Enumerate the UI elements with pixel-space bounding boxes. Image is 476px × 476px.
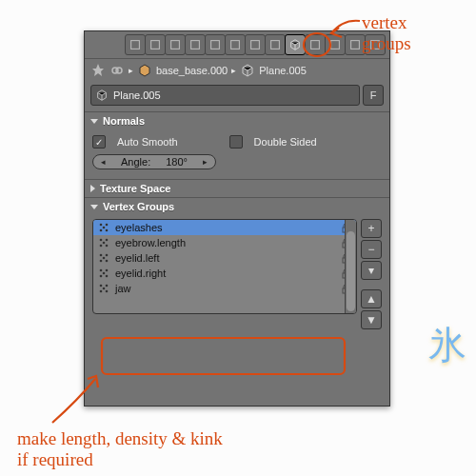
svg-point-27 — [106, 254, 109, 257]
disclosure-icon — [90, 205, 98, 209]
section-header-texture-space[interactable]: Texture Space — [85, 180, 389, 197]
angle-label: Angle: — [121, 156, 150, 168]
svg-point-16 — [100, 229, 103, 232]
properties-panel: ▸ base_base.000 ▸ Plane.005 Plane.005 F … — [84, 30, 390, 407]
svg-point-17 — [106, 229, 109, 232]
svg-point-24 — [103, 242, 106, 245]
link-icon[interactable] — [109, 63, 125, 78]
vertex-group-name: jaw — [115, 283, 131, 294]
svg-point-15 — [106, 224, 109, 227]
double-sided-checkbox[interactable] — [229, 135, 243, 149]
vertex-group-item[interactable]: eyelid.left — [93, 250, 356, 266]
vertex-group-side-buttons: +−▾▲▼ — [361, 219, 382, 329]
vertex-group-name: eyelid.left — [115, 252, 159, 264]
constraint-icon[interactable] — [245, 34, 266, 55]
breadcrumb-object[interactable]: base_base.000 — [156, 65, 228, 76]
svg-rect-5 — [231, 41, 240, 50]
move-down-button[interactable]: ▼ — [361, 310, 382, 329]
section-normals: Normals Auto Smooth Double Sided ◂ Angle… — [85, 111, 389, 179]
section-body-vertex-groups: eyelasheseyebrow.lengtheyelid.lefteyelid… — [85, 215, 389, 339]
vertex-group-name: eyelid.right — [115, 268, 166, 279]
svg-point-14 — [100, 224, 103, 227]
svg-point-21 — [106, 239, 109, 242]
datablock-name-value: Plane.005 — [113, 89, 161, 101]
object-data-icon[interactable] — [285, 34, 306, 55]
scrollbar-thumb[interactable] — [347, 231, 355, 311]
svg-point-29 — [106, 260, 109, 263]
vertex-group-icon — [98, 252, 109, 264]
svg-point-40 — [100, 290, 103, 293]
svg-point-41 — [106, 290, 109, 293]
section-body-normals: Auto Smooth Double Sided ◂ Angle: 180° ▸ — [85, 129, 389, 179]
vertex-group-item[interactable]: jaw — [93, 281, 356, 296]
disclosure-icon — [90, 119, 98, 124]
section-title: Vertex Groups — [103, 201, 174, 212]
object-data-icon — [240, 63, 255, 78]
svg-point-33 — [106, 269, 109, 272]
double-sided-label: Double Sided — [254, 136, 317, 148]
chevron-left-icon[interactable]: ◂ — [101, 157, 106, 167]
svg-point-30 — [103, 257, 106, 260]
particles-icon[interactable] — [345, 34, 366, 55]
svg-rect-4 — [211, 41, 220, 50]
svg-rect-2 — [171, 41, 180, 50]
section-texture-space: Texture Space — [85, 179, 389, 197]
vertex-group-item[interactable]: eyebrow.length — [93, 235, 356, 250]
svg-point-18 — [103, 227, 106, 229]
physics-icon[interactable] — [365, 34, 386, 55]
chevron-right-icon[interactable]: ▸ — [203, 157, 208, 167]
auto-smooth-checkbox[interactable] — [92, 135, 106, 149]
svg-point-23 — [106, 245, 109, 248]
svg-rect-3 — [191, 41, 200, 50]
section-header-vertex-groups[interactable]: Vertex Groups — [85, 198, 389, 215]
modifier-icon[interactable] — [265, 34, 286, 55]
vertex-group-item[interactable]: eyelid.right — [93, 266, 356, 281]
add-button[interactable]: + — [361, 219, 382, 238]
svg-rect-1 — [151, 41, 160, 50]
specials-menu-button[interactable]: ▾ — [361, 261, 382, 280]
mesh-icon[interactable] — [165, 34, 186, 55]
remove-button[interactable]: − — [361, 240, 382, 259]
auto-smooth-label: Auto Smooth — [117, 136, 178, 148]
pin-icon[interactable] — [90, 63, 106, 78]
header-tabs — [85, 31, 389, 59]
vertex-group-name: eyebrow.length — [115, 237, 186, 248]
render-icon[interactable] — [125, 34, 146, 55]
breadcrumb-data[interactable]: Plane.005 — [259, 65, 307, 76]
svg-rect-0 — [131, 41, 140, 50]
vertex-group-name: eyelashes — [115, 222, 163, 233]
breadcrumb-sep: ▸ — [129, 66, 133, 75]
vertex-group-item[interactable]: eyelashes — [93, 220, 356, 235]
scrollbar[interactable] — [345, 220, 356, 313]
svg-rect-9 — [331, 41, 340, 50]
svg-point-28 — [100, 260, 103, 263]
svg-rect-10 — [351, 41, 360, 50]
angle-spinner[interactable]: ◂ Angle: 180° ▸ — [92, 154, 216, 169]
svg-point-38 — [100, 285, 103, 288]
vertex-group-icon — [98, 222, 109, 233]
angle-value: 180° — [166, 156, 188, 168]
bone-icon[interactable] — [225, 34, 246, 55]
armature-icon[interactable] — [205, 34, 226, 55]
fake-user-button[interactable]: F — [363, 85, 384, 106]
svg-point-39 — [106, 285, 109, 288]
vertex-group-list[interactable]: eyelasheseyebrow.lengtheyelid.lefteyelid… — [92, 219, 357, 314]
svg-point-13 — [116, 68, 122, 73]
camera-icon[interactable] — [145, 34, 166, 55]
svg-point-42 — [103, 288, 106, 290]
svg-point-35 — [106, 275, 109, 278]
datablock-name-input[interactable]: Plane.005 — [90, 85, 360, 106]
section-vertex-groups: Vertex Groups eyelasheseyebrow.lengtheye… — [85, 197, 389, 339]
svg-point-20 — [100, 239, 103, 242]
curve-icon[interactable] — [185, 34, 206, 55]
annotation-make-length: make length, density & kink if required — [17, 428, 223, 470]
breadcrumb-sep: ▸ — [231, 66, 236, 75]
vertex-group-icon — [98, 237, 109, 248]
section-header-normals[interactable]: Normals — [85, 112, 389, 129]
material-icon[interactable] — [305, 34, 326, 55]
breadcrumb: ▸ base_base.000 ▸ Plane.005 — [85, 59, 389, 82]
disclosure-icon — [90, 185, 95, 192]
move-up-button[interactable]: ▲ — [361, 289, 382, 308]
texture-icon[interactable] — [325, 34, 346, 55]
object-data-icon — [95, 89, 109, 102]
